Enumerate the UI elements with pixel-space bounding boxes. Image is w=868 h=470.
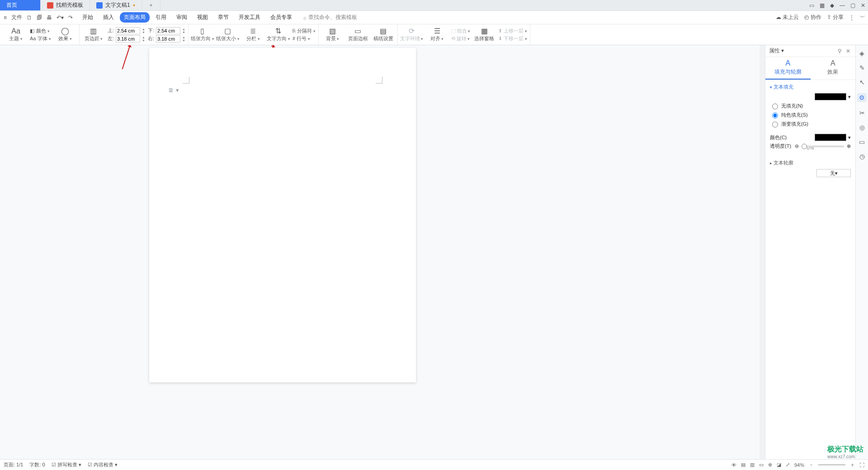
text-direction-button[interactable]: ⇅文字方向 — [267, 27, 290, 42]
opacity-increase[interactable]: ⊕ — [847, 143, 851, 149]
page[interactable]: 🗎 ▾ — [149, 48, 416, 382]
margin-bottom-input[interactable] — [156, 27, 180, 34]
menu-chapter[interactable]: 章节 — [214, 12, 233, 23]
status-page[interactable]: 页面: 1/1 — [4, 461, 23, 468]
rail-settings-icon[interactable]: ⚙ — [857, 93, 867, 102]
layout-icon[interactable]: ▭ — [809, 2, 814, 9]
window-minimize[interactable]: — — [840, 2, 845, 9]
page-border-button[interactable]: ▭页面边框 — [347, 27, 369, 42]
status-spell[interactable]: ☑ 拼写检查 ▾ — [52, 461, 81, 468]
menu-ref[interactable]: 引用 — [151, 12, 170, 23]
menu-dev[interactable]: 开发工具 — [235, 12, 264, 23]
qa-save-icon[interactable]: 🗋 — [26, 14, 33, 22]
window-close[interactable]: ✕ — [861, 2, 865, 9]
theme-font[interactable]: Aa字体 — [30, 35, 51, 42]
tab-templates[interactable]: 找稻壳模板 — [41, 0, 90, 10]
zoom-in[interactable]: ＋ — [850, 461, 855, 468]
margin-right-input[interactable] — [156, 35, 180, 42]
genkou-button[interactable]: ▤稿纸设置 — [372, 27, 395, 42]
status-eye-icon[interactable]: 👁 — [731, 462, 736, 468]
outline-select[interactable]: 无 ▾ — [816, 169, 851, 177]
ribbon-collapse-icon[interactable]: ﹀ — [860, 14, 865, 21]
orientation-button[interactable]: ▯纸张方向 — [191, 27, 214, 42]
rail-clip-icon[interactable]: ✂ — [859, 109, 865, 117]
apps-icon[interactable]: ▦ — [820, 2, 825, 9]
collab-button[interactable]: 协作 — [804, 14, 821, 21]
view-focus-icon[interactable]: ◪ — [777, 462, 781, 468]
spinner-icon[interactable]: ▲▼ — [142, 36, 145, 42]
zoom-fit-icon[interactable]: ⤢ — [786, 462, 790, 468]
view-read-icon[interactable]: ▭ — [759, 462, 764, 468]
background-button[interactable]: ▧背景 — [321, 27, 344, 42]
qa-print-icon[interactable]: 🖶 — [46, 14, 53, 22]
cloud-status[interactable]: 未上云 — [776, 14, 799, 21]
status-words[interactable]: 字数: 0 — [29, 461, 45, 468]
command-search[interactable]: 查找命令、搜索模板 — [303, 14, 357, 21]
margin-top-input[interactable] — [116, 27, 140, 34]
spinner-icon[interactable]: ▲▼ — [142, 28, 145, 34]
background-icon: ▧ — [329, 27, 336, 35]
vertical-scrollbar[interactable] — [760, 45, 765, 459]
section-text-outline[interactable]: 文本轮廓 — [770, 160, 851, 166]
status-content[interactable]: ☑ 内容检查 ▾ — [88, 461, 118, 468]
document-canvas[interactable]: 🗎 ▾ — [0, 45, 760, 459]
view-page-icon[interactable]: ▤ — [741, 462, 745, 468]
color-swatch[interactable] — [815, 134, 846, 141]
margins-button[interactable]: ▥页边距 — [82, 27, 105, 42]
fill-gradient-radio[interactable]: 渐变填充(G) — [770, 120, 808, 127]
section-text-fill[interactable]: 文本填充 — [770, 84, 851, 90]
tab-add[interactable]: ＋ — [142, 0, 160, 10]
view-outline-icon[interactable]: ▥ — [750, 462, 755, 468]
fill-preview-swatch[interactable] — [815, 93, 846, 100]
rail-book-icon[interactable]: ▭ — [859, 138, 865, 146]
paper-size-button[interactable]: ▢纸张大小 — [217, 27, 239, 42]
effect-button[interactable]: ◯效果 — [54, 27, 76, 42]
menu-view[interactable]: 视图 — [193, 12, 212, 23]
rail-clock-icon[interactable]: ◷ — [859, 153, 865, 160]
skin-icon[interactable]: ◆ — [830, 2, 834, 9]
zoom-out[interactable]: － — [809, 461, 814, 468]
line-number-button[interactable]: # 行号 — [292, 35, 310, 42]
columns-button[interactable]: ≣分栏 — [242, 27, 264, 42]
zoom-value[interactable]: 94% — [794, 462, 804, 468]
fullscreen-icon[interactable]: ⛶ — [859, 462, 864, 468]
paragraph-handle-icon[interactable]: 🗎 ▾ — [168, 87, 179, 94]
align-button[interactable]: ☰对齐 — [426, 27, 448, 42]
window-maximize[interactable]: ▢ — [850, 2, 855, 9]
opacity-decrease[interactable]: ⊖ — [795, 143, 799, 149]
fill-solid-radio[interactable]: 纯色填充(S) — [770, 111, 808, 118]
rail-target-icon[interactable]: ◎ — [859, 124, 865, 131]
qa-print-preview-icon[interactable]: 🗐 — [36, 14, 43, 22]
menu-icon[interactable]: ≡ — [3, 14, 8, 22]
file-menu[interactable]: 文件 — [10, 13, 23, 22]
rail-select-icon[interactable]: ↖ — [859, 79, 865, 86]
theme-color[interactable]: ◧颜色 — [30, 28, 51, 34]
zoom-slider[interactable] — [818, 464, 845, 465]
rail-pen-icon[interactable]: ✎ — [859, 64, 865, 71]
rail-diamond-icon[interactable]: ◈ — [859, 50, 864, 57]
more-icon[interactable]: ⋮ — [849, 14, 854, 21]
margin-left-input[interactable] — [116, 35, 140, 42]
spinner-icon[interactable]: ▲▼ — [182, 36, 185, 42]
opacity-slider[interactable] — [802, 146, 844, 147]
panel-close-icon[interactable]: ✕ — [844, 48, 852, 54]
fill-none-radio[interactable]: 无填充(N) — [770, 102, 803, 109]
theme-button[interactable]: Aa主题 — [5, 27, 27, 42]
spinner-icon[interactable]: ▲▼ — [182, 28, 185, 34]
share-button[interactable]: 分享 — [827, 14, 844, 21]
tab-document[interactable]: 文字文稿1 • — [90, 0, 142, 10]
panel-tab-fill[interactable]: A填充与轮廓 — [765, 57, 811, 80]
breaks-button[interactable]: ⎘ 分隔符 — [292, 28, 316, 34]
qa-undo-icon[interactable]: ↶▾ — [56, 14, 65, 22]
menu-page-layout[interactable]: 页面布局 — [120, 12, 150, 23]
pin-icon[interactable]: ⚲ — [836, 48, 843, 54]
selection-pane-button[interactable]: ▦选择窗格 — [473, 27, 495, 42]
panel-tab-effect[interactable]: A效果 — [811, 57, 856, 80]
view-web-icon[interactable]: ⊕ — [768, 462, 772, 468]
menu-insert[interactable]: 插入 — [99, 12, 118, 23]
menu-vip[interactable]: 会员专享 — [266, 12, 296, 23]
menu-start[interactable]: 开始 — [78, 12, 97, 23]
menu-review[interactable]: 审阅 — [172, 12, 191, 23]
qa-redo-icon[interactable]: ↷ — [67, 14, 74, 22]
tab-home[interactable]: 首页 — [0, 0, 41, 10]
